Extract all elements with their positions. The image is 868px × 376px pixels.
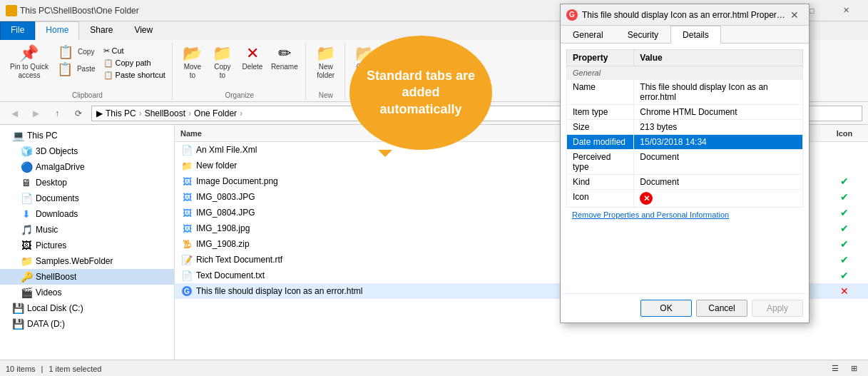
paste-shortcut-button[interactable]: 📋 Paste shortcut bbox=[101, 70, 168, 81]
prop-size-label: Size bbox=[567, 120, 634, 135]
move-icon: 📂 bbox=[183, 46, 202, 61]
col-property: Property bbox=[567, 50, 634, 66]
cut-button[interactable]: ✂ Cut bbox=[101, 46, 168, 56]
rtf-icon: 📝 bbox=[180, 253, 193, 266]
copy-to-icon: 📁 bbox=[213, 46, 232, 61]
sidebar-item-desktop[interactable]: 🖥 Desktop bbox=[0, 175, 174, 190]
sidebar-item-pictures[interactable]: 🖼 Pictures bbox=[0, 238, 174, 253]
music-icon: 🎵 bbox=[20, 224, 33, 235]
svg-text:G: G bbox=[184, 288, 190, 295]
videos-icon: 🎬 bbox=[20, 287, 33, 298]
sidebar-item-documents[interactable]: 📄 Documents bbox=[0, 190, 174, 206]
copy-to-button[interactable]: 📁 Copy to bbox=[208, 44, 237, 81]
details-view-button[interactable]: ☰ bbox=[827, 362, 844, 376]
thispc-icon: 💻 bbox=[11, 130, 24, 141]
tooltip-text: Standard tabs are added automatically bbox=[367, 68, 475, 118]
prop-row-itemtype[interactable]: Item type Chrome HTML Document bbox=[567, 105, 803, 120]
col-value: Value bbox=[634, 50, 803, 66]
new-label: New bbox=[319, 90, 333, 100]
downloads-icon: ⬇ bbox=[20, 208, 33, 220]
sidebar-item-amalgadrive[interactable]: 🔵 AmalgaDrive bbox=[0, 159, 174, 175]
copy-icon: 📋 bbox=[58, 46, 73, 59]
sidebar: 💻 This PC 🧊 3D Objects 🔵 AmalgaDrive 🖥 D… bbox=[0, 125, 175, 360]
prop-size-value: 213 bytes bbox=[634, 120, 803, 135]
xml-file-icon: 📄 bbox=[180, 143, 193, 156]
close-button[interactable]: ✕ bbox=[829, 0, 862, 21]
copy-button[interactable]: 📋 Copy bbox=[54, 44, 98, 60]
paste-button[interactable]: 📋 Paste bbox=[54, 61, 98, 77]
status-bar: 10 items | 1 item selected ☰ ⊞ bbox=[0, 360, 868, 376]
forward-button[interactable]: ▶ bbox=[27, 105, 44, 122]
ribbon-group-organize: 📂 Move to 📁 Copy to ✕ Delete ✏ Rename Or… bbox=[174, 43, 306, 100]
html-icon: G bbox=[180, 285, 193, 298]
dialog-close-button[interactable]: ✕ bbox=[786, 6, 803, 24]
prop-itemtype-label: Item type bbox=[567, 105, 634, 120]
documents-icon: 📄 bbox=[20, 193, 33, 204]
ribbon-tab-file[interactable]: File bbox=[0, 21, 35, 40]
prop-datemodified-label: Date modified bbox=[567, 135, 634, 150]
sidebar-item-music[interactable]: 🎵 Music bbox=[0, 222, 174, 238]
col-icon[interactable]: Icon bbox=[827, 129, 862, 138]
delete-button[interactable]: ✕ Delete bbox=[238, 44, 267, 73]
sidebar-item-3dobjects[interactable]: 🧊 3D Objects bbox=[0, 143, 174, 159]
back-button[interactable]: ◀ bbox=[6, 105, 23, 122]
new-folder-icon: 📁 bbox=[316, 46, 335, 61]
remove-properties-link[interactable]: Remove Properties and Personal Informati… bbox=[566, 208, 803, 222]
dialog-tabs: General Security Details bbox=[561, 26, 809, 44]
dialog-tab-security[interactable]: Security bbox=[616, 26, 670, 44]
delete-icon: ✕ bbox=[246, 46, 259, 61]
new-folder-button[interactable]: 📁 New folder bbox=[312, 44, 340, 81]
refresh-button[interactable]: ⟳ bbox=[70, 105, 87, 122]
dialog-title: This file should display Icon as an erro… bbox=[582, 10, 786, 20]
items-count: 10 items bbox=[6, 365, 36, 373]
properties-table: Property Value General Name This file sh… bbox=[566, 49, 803, 208]
dialog-chrome-icon: G bbox=[566, 9, 578, 21]
dialog-footer: OK Cancel Apply bbox=[561, 293, 809, 322]
prop-row-datemodified[interactable]: Date modified 15/03/2018 14:34 bbox=[567, 135, 803, 150]
sidebar-item-localdisk[interactable]: 💾 Local Disk (C:) bbox=[0, 300, 174, 316]
pictures-icon: 🖼 bbox=[20, 240, 33, 251]
prop-row-kind[interactable]: Kind Document bbox=[567, 175, 803, 190]
sidebar-item-datad[interactable]: 💾 DATA (D:) bbox=[0, 316, 174, 332]
newfolder-icon: 📁 bbox=[180, 159, 193, 172]
rename-icon: ✏ bbox=[278, 46, 291, 61]
rename-button[interactable]: ✏ Rename bbox=[268, 44, 301, 73]
ribbon-tab-view[interactable]: View bbox=[123, 21, 163, 40]
dialog-tab-general[interactable]: General bbox=[561, 26, 616, 44]
move-to-button[interactable]: 📂 Move to bbox=[178, 44, 207, 81]
sidebar-item-shellboost[interactable]: 🔑 ShellBoost bbox=[0, 269, 174, 285]
ok-button[interactable]: OK bbox=[640, 300, 692, 317]
3dobjects-icon: 🧊 bbox=[20, 146, 33, 157]
img0803-icon: 🖼 bbox=[180, 190, 193, 203]
window-title: This PC\ShellBoost\One Folder bbox=[20, 6, 139, 16]
prop-row-icon[interactable]: Icon ✕ bbox=[567, 190, 803, 208]
copy-path-button[interactable]: 📋 Copy path bbox=[101, 58, 168, 68]
prop-name-value: This file should display Icon as an erro… bbox=[634, 80, 803, 105]
sidebar-item-downloads[interactable]: ⬇ Downloads bbox=[0, 206, 174, 222]
up-button[interactable]: ↑ bbox=[48, 105, 66, 122]
pin-to-quick-access-button[interactable]: 📌 Pin to Quick access bbox=[7, 44, 51, 81]
img1908jpg-icon: 🖼 bbox=[180, 222, 193, 235]
prop-name-label: Name bbox=[567, 80, 634, 105]
pin-icon: 📌 bbox=[19, 46, 39, 61]
sidebar-item-samples[interactable]: 📁 Samples.WebFolder bbox=[0, 253, 174, 269]
prop-datemodified-value: 15/03/2018 14:34 bbox=[634, 135, 803, 150]
shellboost-icon: 🔑 bbox=[20, 271, 33, 283]
clipboard-label: Clipboard bbox=[72, 90, 103, 100]
ribbon-tab-home[interactable]: Home bbox=[35, 21, 79, 40]
dialog-titlebar: G This file should display Icon as an er… bbox=[561, 4, 809, 26]
ribbon-tab-share[interactable]: Share bbox=[79, 21, 123, 40]
sidebar-item-thispc[interactable]: 💻 This PC bbox=[0, 128, 174, 143]
prop-row-size[interactable]: Size 213 bytes bbox=[567, 120, 803, 135]
dialog-tab-details[interactable]: Details bbox=[670, 26, 721, 44]
cancel-button[interactable]: Cancel bbox=[696, 300, 747, 317]
large-icons-view-button[interactable]: ⊞ bbox=[845, 362, 862, 376]
prop-kind-value: Document bbox=[634, 175, 803, 190]
prop-row-name[interactable]: Name This file should display Icon as an… bbox=[567, 80, 803, 105]
imgpng-icon: 🖼 bbox=[180, 175, 193, 188]
amalgadrive-icon: 🔵 bbox=[20, 161, 33, 173]
apply-button[interactable]: Apply bbox=[752, 300, 803, 317]
sidebar-item-videos[interactable]: 🎬 Videos bbox=[0, 285, 174, 300]
ribbon-group-new: 📁 New folder New bbox=[307, 43, 345, 100]
prop-row-perceivedtype[interactable]: Perceived type Document bbox=[567, 150, 803, 175]
